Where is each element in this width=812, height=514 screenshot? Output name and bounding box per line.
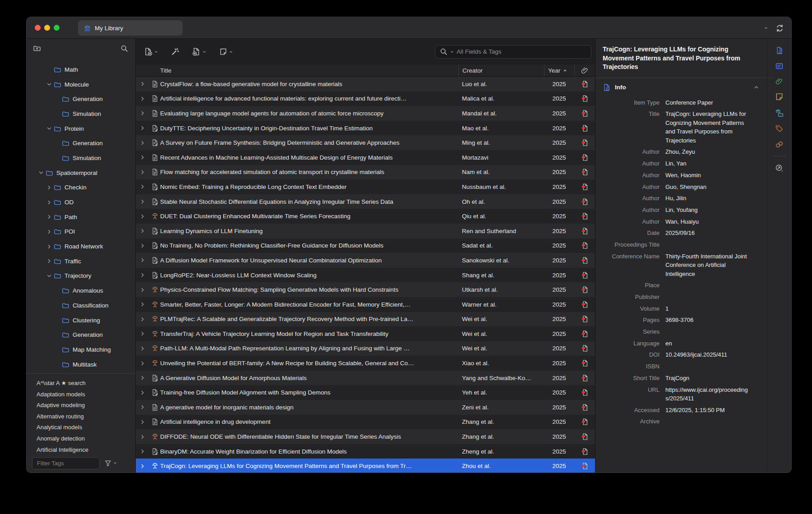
sidebar-collection-road-network[interactable]: Road Network [27,239,135,254]
sidebar-collection-od[interactable]: OD [27,195,135,210]
table-row[interactable]: Nomic Embed: Training a Reproducible Lon… [136,179,595,194]
twisty-expanded-icon[interactable] [46,81,53,88]
add-attachment-button[interactable] [192,47,207,56]
twisty-collapsed-icon[interactable] [46,243,53,250]
sidebar-collection-classification[interactable]: Classification [27,298,135,313]
minimize-window-button[interactable] [44,25,50,31]
twisty-collapsed-icon[interactable] [136,418,149,426]
table-row[interactable]: Evaluating large language model agents f… [136,106,595,121]
field-value[interactable] [665,280,749,291]
column-header-year[interactable]: Year [544,64,574,76]
field-value[interactable] [665,326,749,338]
sidebar-collection-checkin[interactable]: Checkin [27,180,135,195]
twisty-collapsed-icon[interactable] [136,257,149,264]
twisty-collapsed-icon[interactable] [46,257,53,265]
table-row[interactable]: Learning Dynamics of LLM FinetuningRen a… [136,224,595,239]
column-header-creator[interactable]: Creator [458,64,544,76]
twisty-collapsed-icon[interactable] [136,330,149,337]
table-row[interactable]: DIFFODE: Neural ODE with Differentiable … [136,429,595,444]
twisty-collapsed-icon[interactable] [136,198,149,205]
twisty-expanded-icon[interactable] [46,125,53,132]
column-header-attachment[interactable] [574,64,595,76]
tag-item[interactable]: Adaptive modeling [37,400,135,411]
table-row[interactable]: Unveiling the Potential of BERT-family: … [136,356,595,371]
field-value[interactable]: 3698-3706 [665,314,749,326]
field-value[interactable] [665,239,749,251]
field-value[interactable]: Hu, Jilin [665,193,749,204]
related-icon[interactable] [775,140,784,149]
tabs-menu-chevron-icon[interactable] [764,26,768,30]
sidebar-collection-clustering[interactable]: Clustering [27,313,135,328]
field-value[interactable]: Lin, Youfang [665,204,749,216]
locate-icon[interactable] [775,164,784,172]
table-row[interactable]: DutyTTE: Deciphering Uncertainty in Orig… [136,121,595,136]
search-scope-chevron-icon[interactable] [450,50,454,54]
twisty-collapsed-icon[interactable] [46,228,53,235]
field-value[interactable]: 12/6/2025, 1:15:50 PM [665,404,749,416]
tags-icon[interactable] [775,124,784,133]
field-value[interactable]: Conference Paper [665,97,749,109]
twisty-collapsed-icon[interactable] [136,139,149,147]
tag-item[interactable]: Analytical models [37,422,135,433]
table-row[interactable]: TrajCogn: Leveraging LLMs for Cognizing … [136,459,595,473]
zoom-window-button[interactable] [54,25,60,31]
libraries-collections-icon[interactable] [775,108,784,117]
table-row[interactable]: Flow matching for accelerated simulation… [136,165,595,180]
twisty-collapsed-icon[interactable] [136,389,149,396]
tag-filter-input[interactable] [32,457,100,469]
field-value[interactable]: 10.24963/ijcai.2025/411 [665,349,749,361]
table-row[interactable]: Artificial intelligence for advanced fun… [136,92,595,106]
sidebar-collection-multitask[interactable]: Multitask [27,357,135,372]
new-collection-button[interactable] [33,44,41,52]
twisty-collapsed-icon[interactable] [136,271,149,279]
twisty-collapsed-icon[interactable] [136,345,149,352]
twisty-collapsed-icon[interactable] [46,199,53,206]
sidebar-collection-generation[interactable]: Generation [27,327,135,342]
twisty-collapsed-icon[interactable] [136,374,149,381]
twisty-collapsed-icon[interactable] [136,242,149,249]
column-header-title[interactable]: Title [160,64,458,76]
tag-filter-options-button[interactable] [104,459,117,467]
field-value[interactable]: Wan, Huaiyu [665,216,749,228]
sidebar-collection-anomalous[interactable]: Anomalous [27,283,135,298]
twisty-collapsed-icon[interactable] [136,183,149,190]
field-value[interactable]: TrajCogn [665,372,749,384]
table-row[interactable]: Stable Neural Stochastic Differential Eq… [136,194,595,209]
sidebar-collection-map-matching[interactable]: Map Matching [27,342,135,357]
sidebar-collection-protein[interactable]: Protein [27,121,135,136]
table-row[interactable]: CrystalFlow: a flow-based generative mod… [136,77,595,92]
field-value[interactable]: 2025/09/16 [665,227,749,239]
twisty-collapsed-icon[interactable] [136,227,149,234]
table-row[interactable]: DUET: Dual Clustering Enhanced Multivari… [136,209,595,224]
twisty-collapsed-icon[interactable] [136,124,149,132]
field-value[interactable]: TrajCogn: Leveraging LLMs for Cognizing … [665,108,749,146]
twisty-collapsed-icon[interactable] [136,169,149,176]
table-row[interactable]: A Generative Diffusion Model for Amorpho… [136,371,595,386]
table-row[interactable]: A Survey on Future Frame Synthesis: Brid… [136,135,595,150]
twisty-collapsed-icon[interactable] [136,286,149,294]
field-value[interactable]: Guo, Shengnan [665,181,749,193]
collapse-section-icon[interactable] [753,84,760,91]
new-item-button[interactable] [144,47,158,56]
twisty-collapsed-icon[interactable] [136,154,149,161]
twisty-collapsed-icon[interactable] [136,95,149,102]
table-row[interactable]: BinaryDM: Accurate Weight Binarization f… [136,444,595,459]
sidebar-collection-simulation[interactable]: Simulation [27,106,135,121]
twisty-collapsed-icon[interactable] [46,184,53,191]
table-row[interactable]: Path-LLM: A Multi-Modal Path Representat… [136,341,595,356]
sidebar-collection-molecule[interactable]: Molecule [27,77,135,92]
sidebar-collection-generation[interactable]: Generation [27,92,135,106]
table-row[interactable]: Recent Advances in Machine Learning-Assi… [136,150,595,165]
info-icon[interactable] [775,46,784,55]
field-value[interactable] [665,361,749,372]
twisty-collapsed-icon[interactable] [136,433,149,441]
field-value[interactable]: Wen, Haomin [665,170,749,181]
field-value[interactable] [665,416,749,427]
new-note-button[interactable] [219,48,233,56]
tag-item[interactable]: Artificial Intelligence [37,445,135,453]
library-tab[interactable]: My Library [78,20,183,36]
table-row[interactable]: PLMTrajRec: A Scalable and Generalizable… [136,312,595,327]
add-by-identifier-button[interactable] [171,47,180,56]
sidebar-collection-traffic[interactable]: Traffic [27,254,135,269]
twisty-collapsed-icon[interactable] [136,448,149,455]
